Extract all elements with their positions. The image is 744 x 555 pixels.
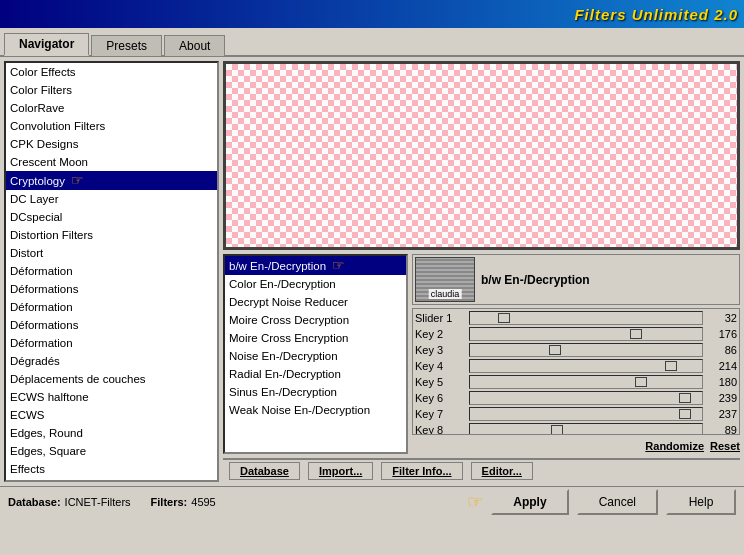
database-button[interactable]: Database (229, 462, 300, 480)
category-item-crescent-moon[interactable]: Crescent Moon (6, 153, 217, 171)
filters-label: Filters: (151, 496, 188, 508)
slider-label-4: Key 5 (415, 376, 465, 388)
slider-value-3: 214 (707, 360, 737, 372)
apply-button[interactable]: Apply (491, 489, 568, 515)
preview-area (223, 61, 740, 250)
category-item-distort[interactable]: Distort (6, 244, 217, 262)
database-label: Database: (8, 496, 61, 508)
category-item-deformations-2[interactable]: Déformations (6, 316, 217, 334)
sliders-container: Slider 132Key 2176Key 386Key 4214Key 518… (415, 311, 737, 435)
category-item-color-filters[interactable]: Color Filters (6, 81, 217, 99)
tab-bar: Navigator Presets About (0, 28, 744, 57)
cancel-button[interactable]: Cancel (577, 489, 658, 515)
editor-button[interactable]: Editor... (471, 462, 533, 480)
slider-thumb-4[interactable] (635, 377, 647, 387)
slider-label-7: Key 8 (415, 424, 465, 435)
filter-item-radial-en-decryption[interactable]: Radial En-/Decryption (225, 365, 406, 383)
slider-label-2: Key 3 (415, 344, 465, 356)
category-item-deplacements[interactable]: Déplacements de couches (6, 370, 217, 388)
slider-label-0: Slider 1 (415, 312, 465, 324)
slider-value-2: 86 (707, 344, 737, 356)
import-button[interactable]: Import... (308, 462, 373, 480)
slider-row-6: Key 7237 (415, 407, 737, 421)
slider-track-5[interactable] (469, 391, 703, 405)
preview-checkerboard (226, 64, 737, 247)
slider-track-3[interactable] (469, 359, 703, 373)
category-item-color-effects[interactable]: Color Effects (6, 63, 217, 81)
slider-label-6: Key 7 (415, 408, 465, 420)
category-item-deformations-1[interactable]: Déformations (6, 280, 217, 298)
category-item-convolution-filters[interactable]: Convolution Filters (6, 117, 217, 135)
app-title: Filters Unlimited 2.0 (574, 6, 738, 23)
category-item-emboss[interactable]: Emboss (6, 478, 217, 480)
slider-track-7[interactable] (469, 423, 703, 435)
category-item-ecws-halftone[interactable]: ECWS halftone (6, 388, 217, 406)
slider-row-3: Key 4214 (415, 359, 737, 373)
category-item-dc-layer[interactable]: DC Layer (6, 190, 217, 208)
slider-thumb-2[interactable] (549, 345, 561, 355)
category-item-edges-square[interactable]: Edges, Square (6, 442, 217, 460)
filter-item-decrypt-noise-reducer[interactable]: Decrypt Noise Reducer (225, 293, 406, 311)
category-item-distortion-filters[interactable]: Distortion Filters (6, 226, 217, 244)
slider-label-3: Key 4 (415, 360, 465, 372)
filter-info-button[interactable]: Filter Info... (381, 462, 462, 480)
filter-item-weak-noise-en-decryption[interactable]: Weak Noise En-/Decryption (225, 401, 406, 419)
category-item-deformation-2[interactable]: Déformation (6, 298, 217, 316)
slider-label-5: Key 6 (415, 392, 465, 404)
reset-button[interactable]: Reset (710, 440, 740, 452)
category-list[interactable]: Color Effects Color Filters ColorRave Co… (6, 63, 217, 480)
category-item-color-rave[interactable]: ColorRave (6, 99, 217, 117)
slider-thumb-5[interactable] (679, 393, 691, 403)
slider-track-2[interactable] (469, 343, 703, 357)
status-bar: Database: ICNET-Filters Filters: 4595 ☞ … (0, 486, 744, 516)
filter-item-sinus-en-decryption[interactable]: Sinus En-/Decryption (225, 383, 406, 401)
slider-thumb-3[interactable] (665, 361, 677, 371)
slider-value-4: 180 (707, 376, 737, 388)
filter-item-noise-en-decryption[interactable]: Noise En-/Decryption (225, 347, 406, 365)
status-filters: Filters: 4595 (151, 496, 216, 508)
slider-track-1[interactable] (469, 327, 703, 341)
status-database: Database: ICNET-Filters (8, 496, 131, 508)
filter-right: claudia b/w En-/Decryption Slider 132Key… (412, 254, 740, 454)
filter-item-bw-en-decryption[interactable]: b/w En-/Decryption ☞ (225, 256, 406, 275)
arrow-icon-filter: ☞ (332, 257, 345, 273)
slider-track-4[interactable] (469, 375, 703, 389)
category-item-cryptology[interactable]: Cryptology ☞ (6, 171, 217, 190)
filters-value: 4595 (191, 496, 215, 508)
arrow-icon: ☞ (71, 172, 84, 188)
filter-header: claudia b/w En-/Decryption (412, 254, 740, 305)
slider-value-6: 237 (707, 408, 737, 420)
category-item-deformation-1[interactable]: Déformation (6, 262, 217, 280)
filter-item-moire-cross-encryption[interactable]: Moire Cross Encryption (225, 329, 406, 347)
slider-row-7: Key 889 (415, 423, 737, 435)
slider-thumb-1[interactable] (630, 329, 642, 339)
filter-list[interactable]: b/w En-/Decryption ☞ Color En-/Decryptio… (223, 254, 408, 454)
randomize-button[interactable]: Randomize (645, 440, 704, 452)
category-item-ecws[interactable]: ECWS (6, 406, 217, 424)
category-list-panel: Color Effects Color Filters ColorRave Co… (4, 61, 219, 482)
slider-value-5: 239 (707, 392, 737, 404)
slider-thumb-6[interactable] (679, 409, 691, 419)
filter-item-color-en-decryption[interactable]: Color En-/Decryption (225, 275, 406, 293)
category-item-deformation-3[interactable]: Déformation (6, 334, 217, 352)
slider-thumb-0[interactable] (498, 313, 510, 323)
slider-track-6[interactable] (469, 407, 703, 421)
slider-track-0[interactable] (469, 311, 703, 325)
title-bar: Filters Unlimited 2.0 (0, 0, 744, 28)
category-item-dcspecial[interactable]: DCspecial (6, 208, 217, 226)
tab-about[interactable]: About (164, 35, 225, 56)
database-value: ICNET-Filters (65, 496, 131, 508)
category-item-degrades[interactable]: Dégradés (6, 352, 217, 370)
apply-hand-icon: ☞ (467, 491, 483, 513)
slider-thumb-7[interactable] (551, 425, 563, 435)
right-panel: b/w En-/Decryption ☞ Color En-/Decryptio… (223, 61, 740, 482)
category-item-cpk-designs[interactable]: CPK Designs (6, 135, 217, 153)
category-item-edges-round[interactable]: Edges, Round (6, 424, 217, 442)
thumb-label: claudia (429, 289, 462, 299)
help-button[interactable]: Help (666, 489, 736, 515)
filter-subpanel: b/w En-/Decryption ☞ Color En-/Decryptio… (223, 254, 740, 454)
tab-navigator[interactable]: Navigator (4, 33, 89, 56)
filter-item-moire-cross-decryption[interactable]: Moire Cross Decryption (225, 311, 406, 329)
tab-presets[interactable]: Presets (91, 35, 162, 56)
category-item-effects[interactable]: Effects (6, 460, 217, 478)
